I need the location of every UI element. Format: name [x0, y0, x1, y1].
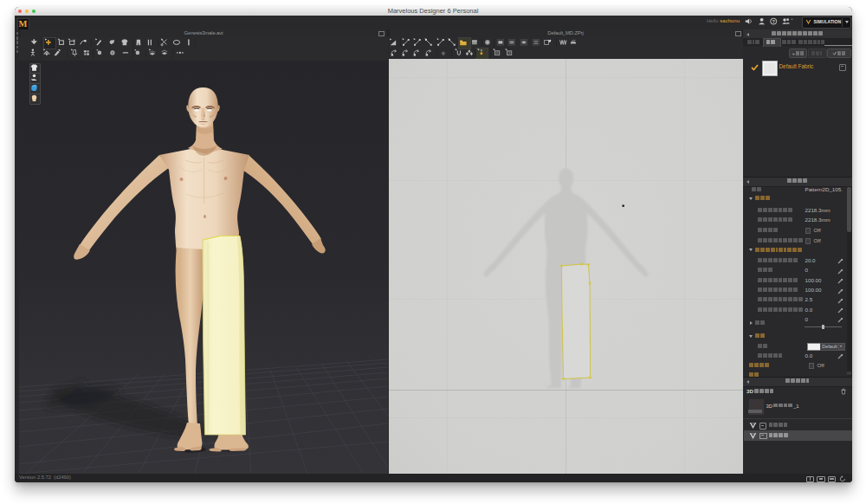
svg-text:?: ? [772, 19, 775, 24]
svg-text:+: + [791, 16, 793, 21]
